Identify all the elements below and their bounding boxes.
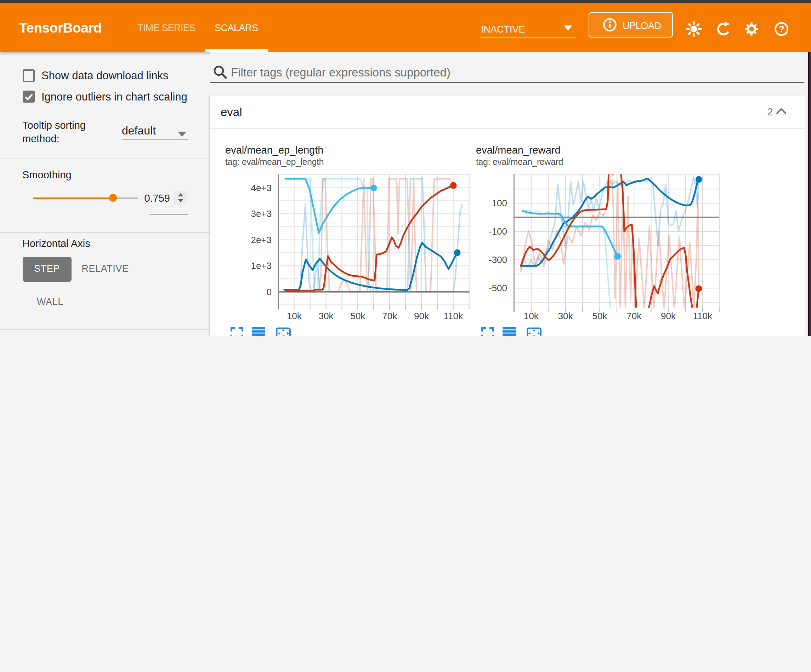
svg-text:10k: 10k xyxy=(287,310,302,321)
svg-text:70k: 70k xyxy=(382,310,397,321)
svg-text:3e+3: 3e+3 xyxy=(251,208,271,219)
svg-text:90k: 90k xyxy=(414,310,429,321)
svg-text:110k: 110k xyxy=(693,310,713,321)
svg-text:110k: 110k xyxy=(444,310,463,321)
svg-text:70k: 70k xyxy=(626,310,642,321)
svg-text:50k: 50k xyxy=(350,310,365,321)
svg-text:0: 0 xyxy=(267,286,271,297)
svg-text:-100: -100 xyxy=(489,226,507,237)
svg-text:50k: 50k xyxy=(592,310,607,321)
svg-text:2e+3: 2e+3 xyxy=(251,234,271,245)
svg-text:90k: 90k xyxy=(661,310,676,321)
svg-text:30k: 30k xyxy=(558,310,573,321)
svg-text:1e+3: 1e+3 xyxy=(251,261,271,271)
svg-text:30k: 30k xyxy=(319,310,334,321)
svg-text:-300: -300 xyxy=(489,254,507,265)
svg-text:-500: -500 xyxy=(489,283,507,293)
svg-text:?: ? xyxy=(779,24,784,34)
svg-text:10k: 10k xyxy=(524,310,539,321)
svg-text:100: 100 xyxy=(492,198,507,208)
svg-text:4e+3: 4e+3 xyxy=(251,182,271,193)
